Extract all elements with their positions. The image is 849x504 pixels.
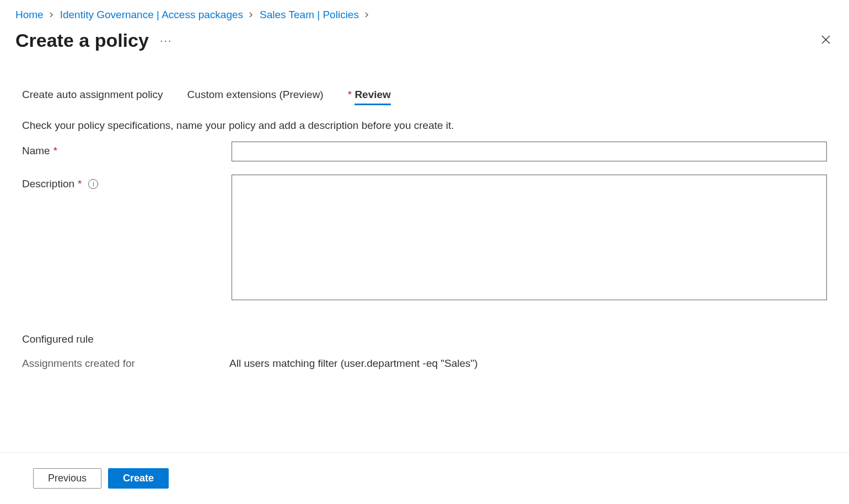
description-row: Description * i — [22, 175, 827, 302]
tab-review[interactable]: * Review — [348, 89, 391, 104]
tab-review-label: Review — [354, 89, 390, 100]
name-label: Name * — [22, 142, 232, 157]
breadcrumb-identity-governance[interactable]: Identity Governance | Access packages — [60, 9, 243, 21]
breadcrumb-sales-team-policies[interactable]: Sales Team | Policies — [260, 9, 359, 21]
info-icon[interactable]: i — [88, 179, 98, 189]
breadcrumb: Home Identity Governance | Access packag… — [0, 0, 849, 25]
more-icon[interactable]: ··· — [160, 34, 173, 47]
chevron-right-icon — [364, 10, 370, 19]
page-header: Create a policy ··· — [0, 25, 849, 56]
tabs: Create auto assignment policy Custom ext… — [22, 89, 827, 104]
previous-button[interactable]: Previous — [33, 468, 101, 489]
required-indicator: * — [78, 178, 82, 190]
create-button[interactable]: Create — [108, 468, 169, 489]
tab-create-auto-assignment[interactable]: Create auto assignment policy — [22, 89, 163, 104]
breadcrumb-home[interactable]: Home — [15, 9, 44, 21]
close-button[interactable] — [818, 32, 834, 50]
main-content: Create auto assignment policy Custom ext… — [0, 56, 849, 370]
description-label: Description * i — [22, 175, 232, 190]
description-input[interactable] — [232, 175, 827, 300]
assignments-row: Assignments created for All users matchi… — [22, 357, 827, 370]
instruction-text: Check your policy specifications, name y… — [22, 120, 827, 132]
assignments-value: All users matching filter (user.departme… — [229, 357, 478, 370]
page-title: Create a policy — [15, 30, 149, 51]
name-input[interactable] — [232, 142, 827, 161]
footer: Previous Create — [0, 452, 849, 504]
required-indicator: * — [53, 145, 57, 157]
close-icon — [820, 34, 831, 45]
chevron-right-icon — [49, 10, 55, 19]
chevron-right-icon — [249, 10, 254, 19]
tab-custom-extensions[interactable]: Custom extensions (Preview) — [187, 89, 324, 104]
configured-rule-title: Configured rule — [22, 333, 827, 345]
assignments-label: Assignments created for — [22, 357, 229, 370]
name-row: Name * — [22, 142, 827, 161]
